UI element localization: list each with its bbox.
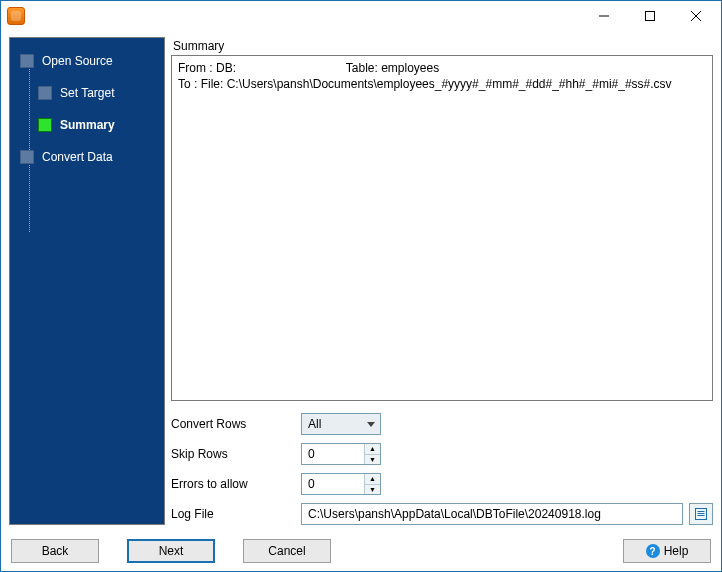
- step-bullet-icon: [38, 118, 52, 132]
- svg-rect-0: [646, 12, 655, 21]
- close-icon: [691, 11, 701, 21]
- back-button[interactable]: Back: [11, 539, 99, 563]
- options-form: Convert Rows All Skip Rows 0: [171, 413, 713, 525]
- step-label: Open Source: [42, 54, 113, 68]
- help-button[interactable]: ? Help: [623, 539, 711, 563]
- wizard-sidebar: Open Source Set Target Summary Convert D…: [9, 37, 165, 525]
- close-button[interactable]: [673, 1, 719, 31]
- main-pane: Summary From : DB: Table: employees To :…: [171, 37, 713, 525]
- spinner-down-icon[interactable]: ▼: [365, 455, 380, 465]
- chevron-down-icon: [362, 414, 380, 434]
- button-bar: Back Next Cancel ? Help: [9, 539, 713, 563]
- svg-rect-2: [698, 511, 705, 512]
- summary-to-line: To : File: C:\Users\pansh\Documents\empl…: [178, 77, 672, 91]
- browse-icon: [694, 507, 708, 521]
- sidebar-step-set-target[interactable]: Set Target: [10, 80, 164, 106]
- minimize-button[interactable]: [581, 1, 627, 31]
- summary-text: From : DB: Table: employees To : File: C…: [171, 55, 713, 401]
- minimize-icon: [599, 11, 609, 21]
- step-bullet-icon: [20, 150, 34, 164]
- skip-rows-spinner[interactable]: 0 ▲ ▼: [301, 443, 381, 465]
- step-label: Summary: [60, 118, 115, 132]
- step-label: Convert Data: [42, 150, 113, 164]
- skip-rows-label: Skip Rows: [171, 447, 291, 461]
- help-icon: ?: [646, 544, 660, 558]
- log-file-field[interactable]: C:\Users\pansh\AppData\Local\DBToFile\20…: [301, 503, 683, 525]
- cancel-button-label: Cancel: [268, 544, 305, 558]
- errors-allow-spinner[interactable]: 0 ▲ ▼: [301, 473, 381, 495]
- convert-rows-select[interactable]: All: [301, 413, 381, 435]
- maximize-icon: [645, 11, 655, 21]
- step-bullet-icon: [20, 54, 34, 68]
- step-label: Set Target: [60, 86, 114, 100]
- sidebar-step-convert-data[interactable]: Convert Data: [10, 144, 164, 170]
- errors-allow-label: Errors to allow: [171, 477, 291, 491]
- svg-rect-4: [698, 515, 705, 516]
- log-file-value: C:\Users\pansh\AppData\Local\DBToFile\20…: [308, 507, 601, 521]
- cancel-button[interactable]: Cancel: [243, 539, 331, 563]
- spinner-up-icon[interactable]: ▲: [365, 444, 380, 455]
- next-button[interactable]: Next: [127, 539, 215, 563]
- app-window: Open Source Set Target Summary Convert D…: [0, 0, 722, 572]
- svg-rect-3: [698, 513, 705, 514]
- sidebar-step-open-source[interactable]: Open Source: [10, 48, 164, 74]
- app-icon: [7, 7, 25, 25]
- next-button-label: Next: [159, 544, 184, 558]
- titlebar: [1, 1, 721, 31]
- log-file-label: Log File: [171, 507, 291, 521]
- skip-rows-value: 0: [308, 447, 315, 461]
- summary-from-line: From : DB: Table: employees: [178, 61, 439, 75]
- help-button-label: Help: [664, 544, 689, 558]
- body: Open Source Set Target Summary Convert D…: [1, 31, 721, 571]
- step-bullet-icon: [38, 86, 52, 100]
- maximize-button[interactable]: [627, 1, 673, 31]
- top-panes: Open Source Set Target Summary Convert D…: [9, 37, 713, 525]
- log-file-browse-button[interactable]: [689, 503, 713, 525]
- spinner-down-icon[interactable]: ▼: [365, 485, 380, 495]
- back-button-label: Back: [42, 544, 69, 558]
- convert-rows-label: Convert Rows: [171, 417, 291, 431]
- sidebar-step-summary[interactable]: Summary: [10, 112, 164, 138]
- summary-heading: Summary: [171, 37, 713, 55]
- errors-allow-value: 0: [308, 477, 315, 491]
- spinner-up-icon[interactable]: ▲: [365, 474, 380, 485]
- convert-rows-value: All: [308, 417, 321, 431]
